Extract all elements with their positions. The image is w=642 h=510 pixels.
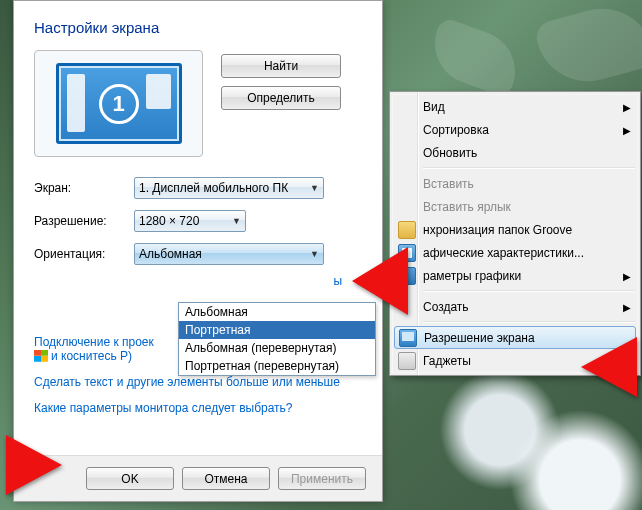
monitor-number: 1 [99, 84, 139, 124]
orientation-label: Ориентация: [34, 247, 134, 261]
submenu-arrow-icon: ▶ [623, 270, 631, 281]
detect-button[interactable]: Определить [221, 86, 341, 110]
chevron-down-icon: ▼ [232, 216, 241, 226]
chevron-down-icon: ▼ [310, 249, 319, 259]
monitor-icon [399, 329, 417, 347]
submenu-arrow-icon: ▶ [623, 301, 631, 312]
ctx-sort[interactable]: Сортировка▶ [393, 118, 637, 141]
ctx-paste: Вставить [393, 172, 637, 195]
decor-leaf [423, 16, 526, 98]
cancel-button[interactable]: Отмена [182, 467, 270, 490]
ctx-groove-sync[interactable]: нхронизация папок Groove [393, 218, 637, 241]
orientation-option-portrait-flipped[interactable]: Портретная (перевернутая) [179, 357, 375, 375]
find-button[interactable]: Найти [221, 54, 341, 78]
annotation-arrow-orientation [330, 247, 410, 327]
resolution-label: Разрешение: [34, 214, 134, 228]
text-size-link[interactable]: Сделать текст и другие элементы больше и… [34, 375, 362, 389]
display-dropdown[interactable]: 1. Дисплей мобильного ПК ▼ [134, 177, 324, 199]
chevron-down-icon: ▼ [310, 183, 319, 193]
svg-marker-1 [581, 337, 637, 397]
desktop-context-menu[interactable]: Вид▶ Сортировка▶ Обновить Вставить Встав… [389, 91, 641, 376]
decor-leaf [533, 0, 642, 93]
svg-marker-0 [352, 247, 408, 315]
orientation-option-landscape-flipped[interactable]: Альбомная (перевернутая) [179, 339, 375, 357]
orientation-dropdown[interactable]: Альбомная ▼ [134, 243, 324, 265]
annotation-arrow-ok [4, 435, 84, 505]
resolution-dropdown[interactable]: 1280 × 720 ▼ [134, 210, 246, 232]
gadget-icon [398, 352, 416, 370]
ctx-separator [423, 167, 635, 169]
submenu-arrow-icon: ▶ [623, 101, 631, 112]
ctx-graphics-params[interactable]: раметры графики▶ [393, 264, 637, 287]
ok-button[interactable]: OK [86, 467, 174, 490]
svg-marker-2 [6, 435, 62, 495]
monitor-thumbnail[interactable]: 1 [56, 63, 182, 144]
ctx-paste-shortcut: Вставить ярлык [393, 195, 637, 218]
folder-sync-icon [398, 221, 416, 239]
ctx-new[interactable]: Создать▶ [393, 295, 637, 318]
ctx-separator [423, 290, 635, 292]
dialog-title: Настройки экрана [34, 19, 362, 36]
apply-button[interactable]: Применить [278, 467, 366, 490]
ctx-graphics-properties[interactable]: афические характеристики... [393, 241, 637, 264]
ctx-refresh[interactable]: Обновить [393, 141, 637, 164]
display-settings-dialog: Настройки экрана 1 Найти Определить Экра… [13, 0, 383, 502]
annotation-arrow-context [559, 337, 639, 407]
ctx-view[interactable]: Вид▶ [393, 95, 637, 118]
monitor-preview[interactable]: 1 [34, 50, 203, 157]
windows-logo-icon [34, 350, 48, 362]
display-label: Экран: [34, 181, 134, 195]
which-settings-link[interactable]: Какие параметры монитора следует выбрать… [34, 401, 362, 415]
submenu-arrow-icon: ▶ [623, 124, 631, 135]
ctx-separator [423, 321, 635, 323]
